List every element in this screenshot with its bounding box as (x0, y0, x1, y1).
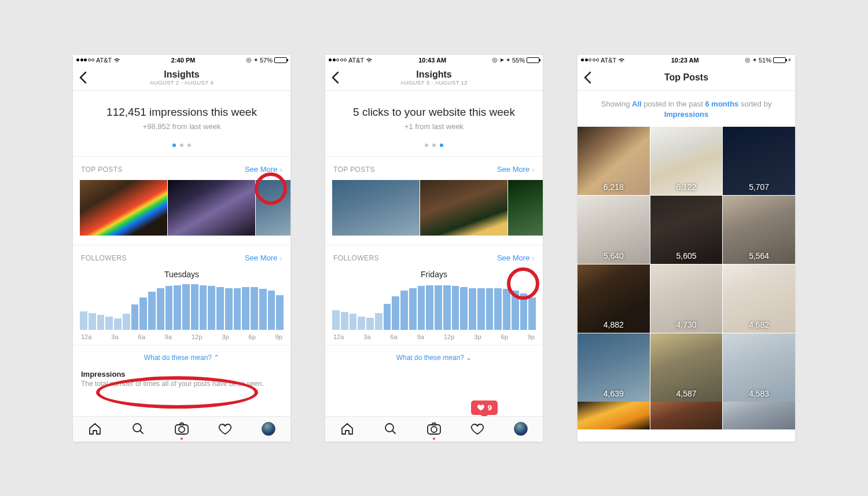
hero-metric[interactable]: 5 clicks to your website this week +1 fr… (325, 91, 543, 157)
impressions-count: 5,564 (723, 251, 795, 260)
chart-bar (97, 315, 105, 330)
definition-title: Impressions (81, 370, 282, 379)
notification-bubble[interactable]: 9 (471, 401, 498, 415)
see-more-top-posts[interactable]: See More› (245, 165, 282, 174)
post-thumbnail[interactable] (80, 180, 167, 236)
carrier-label: AT&T (96, 57, 112, 64)
top-posts-grid: 6,2186,1225,7075,6405,6055,5644,8824,730… (578, 127, 795, 402)
chart-bar (350, 314, 357, 329)
filter-summary[interactable]: Showing All posted in the past 6 months … (578, 91, 795, 127)
x-tick: 9a (417, 333, 424, 340)
filter-metric-link[interactable]: Impressions (664, 110, 709, 119)
grid-post[interactable]: 5,564 (723, 196, 795, 264)
grid-post[interactable]: 6,122 (650, 127, 723, 195)
grid-post[interactable]: 5,640 (578, 196, 650, 264)
activity-tab[interactable] (218, 421, 233, 436)
home-tab[interactable] (87, 421, 102, 436)
status-time: 10:43 AM (418, 57, 446, 64)
page-title: Insights (400, 69, 468, 80)
grid-post[interactable]: 4,882 (578, 264, 650, 333)
x-tick: 6a (391, 333, 398, 340)
chart-bar (268, 291, 275, 329)
grid-post[interactable] (723, 402, 795, 429)
chart-bar (392, 296, 399, 330)
see-more-followers[interactable]: See More› (245, 253, 282, 263)
chart-bar (460, 287, 468, 330)
top-posts-row[interactable] (325, 180, 543, 245)
post-thumbnail[interactable] (168, 180, 255, 236)
see-more-followers[interactable]: See More› (497, 253, 535, 263)
profile-tab[interactable] (261, 421, 276, 436)
hero-headline: 5 clicks to your website this week (332, 106, 536, 119)
activity-tab[interactable] (470, 421, 485, 436)
grid-post[interactable]: 4,639 (578, 333, 650, 402)
signal-dots (581, 58, 599, 61)
chart-bar (208, 286, 215, 329)
post-thumbnail[interactable] (256, 180, 290, 236)
post-thumbnail[interactable] (420, 180, 507, 236)
grid-post[interactable]: 5,707 (723, 127, 795, 195)
grid-post[interactable]: 4,682 (723, 264, 795, 333)
what-do-these-mean-link[interactable]: What do these mean? ⌃ (73, 346, 290, 370)
hero-metric[interactable]: 112,451 impressions this week +98,952 fr… (73, 91, 290, 157)
wifi-icon (618, 57, 625, 64)
x-tick: 12p (192, 333, 202, 340)
search-tab[interactable] (383, 421, 398, 436)
svg-point-5 (431, 427, 437, 432)
chart-bar (426, 285, 433, 330)
top-posts-section: TOP POSTS See More› (73, 157, 290, 245)
grid-post[interactable]: 4,583 (723, 333, 795, 402)
profile-tab[interactable] (513, 421, 528, 436)
notification-count: 9 (488, 403, 492, 412)
chart-bar (452, 286, 459, 329)
post-thumbnail[interactable] (508, 180, 543, 236)
impressions-count: 4,730 (650, 320, 723, 329)
app-header: Top Posts (578, 65, 795, 91)
pager-dots (80, 144, 284, 147)
chart-bar (528, 297, 536, 330)
grid-post[interactable] (578, 402, 650, 429)
svg-point-2 (179, 427, 185, 432)
compass-icon: ◎ (745, 56, 751, 64)
chart-bar (174, 285, 181, 330)
grid-post[interactable]: 4,730 (650, 264, 723, 333)
filter-range-link[interactable]: 6 months (705, 100, 739, 108)
back-button[interactable] (583, 71, 593, 84)
post-thumbnail[interactable] (332, 180, 420, 236)
chart-bar (443, 285, 451, 330)
search-tab[interactable] (131, 421, 146, 436)
impressions-count: 5,707 (723, 182, 795, 192)
charging-icon: ⚡︎ (788, 57, 792, 63)
camera-tab[interactable] (426, 421, 442, 436)
chart-bar (469, 288, 476, 330)
tab-bar (325, 416, 543, 442)
chart-bar (259, 289, 267, 329)
status-bar: AT&T 2:40 PM ◎ ✶ 57% (73, 55, 290, 65)
x-tick: 3p (474, 333, 481, 340)
chart-bar (400, 291, 408, 329)
chart-bar (242, 287, 249, 330)
grid-post[interactable]: 5,605 (650, 196, 723, 264)
see-more-top-posts[interactable]: See More› (497, 165, 535, 174)
grid-post[interactable]: 6,218 (578, 127, 650, 195)
chart-bar (375, 313, 382, 330)
chevron-down-icon: ⌄ (466, 354, 472, 362)
camera-tab[interactable] (174, 421, 189, 436)
home-tab[interactable] (340, 421, 355, 436)
notification-dot (433, 438, 435, 440)
section-label-top-posts: TOP POSTS (333, 166, 375, 174)
grid-post[interactable]: 4,587 (650, 333, 723, 402)
grid-post[interactable] (650, 402, 723, 429)
section-label-top-posts: TOP POSTS (81, 166, 123, 174)
filter-type-link[interactable]: All (632, 100, 642, 108)
chart-bar (418, 286, 425, 329)
page-subtitle: AUGUST 2 - AUGUST 9 (150, 80, 214, 86)
what-do-these-mean-link[interactable]: What do these mean? ⌄ (325, 346, 543, 370)
back-button[interactable] (79, 71, 88, 84)
battery-icon (527, 57, 539, 63)
top-posts-row[interactable] (73, 180, 290, 245)
back-button[interactable] (331, 71, 340, 84)
page-title: Top Posts (664, 72, 708, 83)
chart-bar (409, 288, 417, 330)
chart-bar (191, 284, 198, 329)
